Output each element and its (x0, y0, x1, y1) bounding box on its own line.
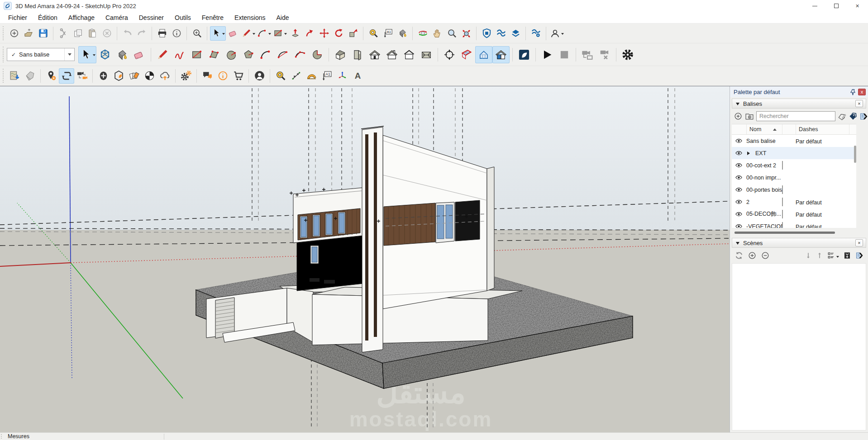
tag-row[interactable]: Sans balisePar défaut (732, 135, 856, 147)
paint-bucket-tool-2[interactable] (114, 46, 131, 63)
followme-tool[interactable] (302, 26, 317, 41)
balises-section-header[interactable]: Balises × (732, 99, 866, 109)
tag-color-swatch[interactable] (782, 161, 783, 170)
tag-name[interactable]: 00-portes bois (746, 187, 782, 193)
expand-triangle-icon[interactable] (747, 151, 752, 155)
tag-details-button[interactable] (859, 112, 868, 121)
tray-close-button[interactable]: x (858, 89, 866, 95)
settings-button[interactable] (619, 46, 636, 63)
zoom-window-button[interactable] (190, 26, 204, 41)
import-map-button[interactable] (7, 68, 22, 84)
delete-button[interactable] (100, 26, 114, 41)
tag-sticker-button[interactable] (22, 68, 38, 84)
tag-name[interactable]: 00-non impr... (746, 175, 782, 181)
menu-fenetre[interactable]: Fenêtre (196, 13, 229, 23)
zoom-tool[interactable] (444, 26, 459, 41)
view-top-button[interactable] (418, 46, 435, 63)
move-scene-up-button[interactable] (816, 252, 823, 259)
extension-layers-button[interactable] (508, 26, 523, 41)
send-to-layout-button[interactable] (515, 46, 533, 63)
eraser-tool-2[interactable] (131, 46, 148, 63)
line-tool[interactable] (240, 26, 256, 41)
tag-row[interactable]: EXT (732, 147, 856, 159)
line-tool-2[interactable] (154, 46, 171, 63)
eraser-tool[interactable] (226, 26, 240, 41)
sync-button[interactable] (59, 68, 74, 84)
menu-dessiner[interactable]: Dessiner (134, 13, 169, 23)
toolbar-grip[interactable] (3, 26, 5, 40)
extension-wave-button[interactable] (494, 26, 508, 41)
dropdown-caret-icon[interactable] (93, 54, 95, 57)
pushpull-tool[interactable] (288, 26, 302, 41)
tag-row[interactable]: 00-portes bois (732, 184, 856, 196)
scenes-list-empty[interactable] (732, 263, 866, 431)
cut-button[interactable] (56, 26, 71, 41)
tag-search-input[interactable] (756, 111, 835, 121)
tag-list-scrollbar-thumb[interactable] (854, 146, 856, 163)
polygon-tool[interactable] (240, 46, 257, 63)
delete-scene-button[interactable] (596, 46, 613, 63)
menu-camera[interactable]: Caméra (100, 13, 134, 23)
remove-scene-button[interactable] (761, 251, 770, 260)
tag-visibility-button[interactable] (732, 210, 746, 218)
tag-visibility-button[interactable] (732, 222, 746, 228)
pin-icon[interactable] (849, 89, 856, 95)
arc-2pt-tool[interactable] (274, 46, 291, 63)
viewport-3d[interactable]: مستقل mostaql.com (0, 86, 730, 432)
paint-bucket-tool[interactable] (395, 26, 410, 41)
save-button[interactable] (36, 26, 50, 41)
add-scene-button-2[interactable] (748, 251, 757, 260)
select-tool[interactable] (210, 26, 226, 41)
texture-ball-button[interactable] (142, 68, 157, 84)
add-tag-folder-button[interactable] (745, 112, 754, 121)
view-left-button[interactable] (401, 46, 418, 63)
tag-name[interactable]: 05-DECO飾... (746, 210, 782, 218)
profile-button[interactable] (252, 68, 267, 84)
toolbar-grip[interactable] (3, 69, 5, 82)
tag-color-swatch[interactable] (782, 210, 783, 218)
section-plane-button[interactable] (458, 46, 475, 63)
rotate-tool[interactable] (331, 26, 346, 41)
text-tool[interactable]: A1 (381, 26, 395, 41)
dash-style-value[interactable]: Par défaut (796, 224, 822, 228)
dash-style-value[interactable]: Par défaut (796, 199, 822, 206)
scene-thumbnail-button[interactable] (843, 251, 851, 260)
dropdown-caret-icon[interactable] (222, 33, 225, 36)
axes-tool[interactable] (334, 68, 350, 84)
tag-color-swatch[interactable] (782, 222, 783, 228)
scene-details-button[interactable] (855, 251, 863, 260)
toolbar-grip[interactable] (3, 47, 5, 62)
undo-button[interactable] (120, 26, 134, 41)
column-swatch[interactable] (782, 124, 796, 134)
menu-outils[interactable]: Outils (169, 13, 196, 23)
open-button[interactable] (21, 26, 36, 41)
dropdown-caret-icon[interactable] (561, 33, 564, 36)
tag-name[interactable]: EXT (746, 150, 782, 156)
add-tag-button[interactable] (734, 112, 743, 121)
arc-3pt-tool[interactable] (291, 46, 309, 63)
freehand-tool[interactable] (171, 46, 188, 63)
column-dashes[interactable]: Dashes (796, 124, 849, 134)
tag-row[interactable]: 00-cot-ext 2 (732, 159, 856, 171)
dropdown-caret-icon[interactable] (268, 33, 271, 36)
rectangle-tool-2[interactable] (188, 46, 205, 63)
view-back-button[interactable] (383, 46, 401, 63)
geolocation-button[interactable] (43, 68, 59, 84)
paste-button[interactable] (85, 26, 100, 41)
tag-visibility-button[interactable] (732, 137, 746, 145)
view-options-button[interactable] (827, 251, 839, 260)
component-leaf-button[interactable] (111, 68, 126, 84)
tag-visibility-button[interactable] (732, 161, 746, 169)
menu-fichier[interactable]: Fichier (3, 13, 33, 23)
tag-color-swatch[interactable] (782, 198, 783, 206)
3d-text-tool[interactable]: A (350, 68, 365, 84)
pie-tool[interactable] (309, 46, 326, 63)
style-xray-button[interactable] (475, 46, 492, 63)
tag-color-swatch[interactable] (782, 185, 783, 194)
print-button[interactable] (155, 26, 169, 41)
leader-text-tool[interactable]: A1 (319, 68, 334, 84)
tape-measure-tool-2[interactable] (273, 68, 288, 84)
protractor-tool[interactable] (304, 68, 319, 84)
tag-name[interactable]: 00-cot-ext 2 (746, 162, 782, 169)
tag-visibility-button[interactable] (732, 149, 746, 157)
